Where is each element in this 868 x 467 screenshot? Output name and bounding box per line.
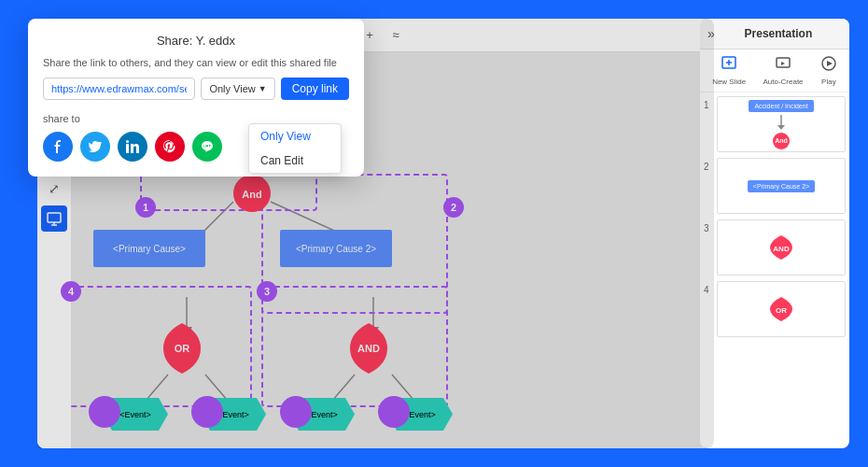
- line-btn[interactable]: [192, 132, 222, 162]
- copy-link-button[interactable]: Copy link: [281, 78, 349, 100]
- view-dropdown[interactable]: Only View ▼: [201, 78, 274, 100]
- svg-text:OR: OR: [776, 306, 787, 315]
- slide-thumb-4[interactable]: OR: [717, 281, 846, 337]
- link-row: Only View ▼ Copy link: [43, 78, 349, 100]
- panel-title: Presentation: [715, 27, 842, 40]
- auto-create-icon: [775, 55, 791, 76]
- play-btn[interactable]: Play: [820, 55, 837, 86]
- share-modal: Share: Y. eddx Share the link to others,…: [28, 19, 364, 177]
- slide3-gate: AND: [767, 234, 795, 262]
- slide1-gate: And: [773, 133, 790, 149]
- slide-thumb-2[interactable]: <Primary Cause 2>: [717, 158, 846, 214]
- panel-toolbar: New Slide Auto-Create Play: [700, 50, 849, 92]
- right-panel: » Presentation New Slide Auto-Create Pla…: [700, 19, 849, 448]
- svg-marker-43: [777, 125, 785, 130]
- slide-item-1[interactable]: 1 Accident / Incident And: [704, 96, 846, 152]
- slide1-arrow: [772, 115, 791, 130]
- slide4-gate: OR: [767, 295, 795, 323]
- svg-rect-46: [126, 144, 129, 153]
- twitter-btn[interactable]: [80, 132, 110, 162]
- pinterest-btn[interactable]: [155, 132, 185, 162]
- link-input[interactable]: [43, 78, 195, 100]
- slide2-box: <Primary Cause 2>: [748, 180, 815, 192]
- slide-thumb-3[interactable]: AND: [717, 219, 846, 276]
- only-view-option[interactable]: Only View: [249, 124, 341, 149]
- new-slide-btn[interactable]: New Slide: [712, 55, 746, 86]
- slide1-box: Accident / Incident: [749, 100, 813, 112]
- can-edit-option[interactable]: Can Edit: [249, 149, 341, 173]
- slide-item-4[interactable]: 4 OR: [704, 281, 846, 337]
- slide-thumb-1[interactable]: Accident / Incident And: [717, 96, 846, 152]
- auto-create-btn[interactable]: Auto-Create: [763, 55, 803, 86]
- slide-item-3[interactable]: 3 AND: [704, 219, 846, 276]
- dropdown-menu: Only View Can Edit: [248, 123, 342, 174]
- slide-item-2[interactable]: 2 <Primary Cause 2>: [704, 158, 846, 214]
- dropdown-chevron: ▼: [259, 84, 267, 93]
- panel-header: » Presentation: [700, 19, 849, 50]
- linkedin-btn[interactable]: [118, 132, 147, 162]
- facebook-btn[interactable]: [43, 132, 73, 162]
- new-slide-icon: [721, 55, 737, 76]
- modal-desc: Share the link to others, and they can v…: [43, 57, 349, 68]
- play-icon: [820, 55, 837, 76]
- slides-list: 1 Accident / Incident And 2 <Primary Cau…: [700, 92, 849, 448]
- svg-point-47: [126, 140, 129, 143]
- modal-title: Share: Y. eddx: [43, 34, 349, 48]
- svg-text:AND: AND: [773, 245, 790, 253]
